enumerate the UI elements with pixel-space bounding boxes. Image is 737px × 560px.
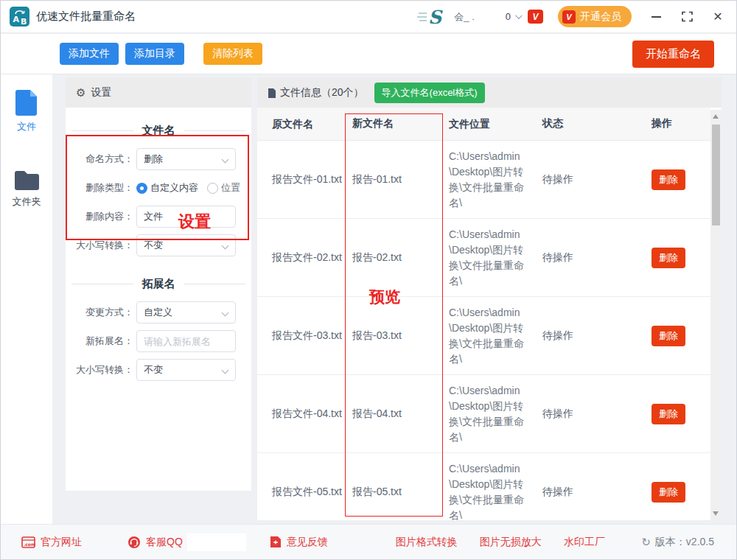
minimize-button[interactable] — [649, 10, 663, 24]
case-convert-select[interactable]: 不变 — [136, 234, 236, 256]
change-method-label: 变更方式： — [66, 306, 133, 319]
scroll-down-icon[interactable] — [713, 511, 719, 516]
open-vip-button[interactable]: V 开通会员 — [558, 6, 632, 27]
watermark-factory-link[interactable]: 水印工厂 — [564, 536, 605, 549]
col-new-name: 新文件名 — [345, 117, 443, 130]
qq-number-blank — [187, 533, 246, 551]
settings-panel-header: ⚙ 设置 — [66, 78, 251, 108]
svg-text:B: B — [21, 17, 27, 27]
case-convert-label: 大小写转换： — [66, 239, 133, 252]
table-row: 报告文件-02.txt报告-02.txtC:\Users\admin\Deskt… — [257, 219, 710, 297]
app-title: 优速文件批量重命名 — [36, 10, 136, 24]
version-info: ↻ 版本：v2.0.5 — [641, 536, 714, 549]
action-cell: 删除 — [626, 482, 710, 503]
delete-row-button[interactable]: 删除 — [652, 326, 685, 346]
naming-method-select[interactable]: 删除 — [136, 148, 236, 170]
svg-text:.com: .com — [24, 542, 35, 547]
sidebar-item-file[interactable]: 文件 — [1, 88, 52, 133]
chevron-down-icon — [222, 156, 229, 164]
start-rename-button[interactable]: 开始重命名 — [632, 41, 714, 68]
new-extension-label: 新拓展名： — [66, 335, 133, 348]
new-filename: 报告-02.txt — [345, 251, 443, 265]
sidebar-item-folder[interactable]: 文件夹 — [1, 169, 52, 209]
delete-row-button[interactable]: 删除 — [652, 169, 685, 190]
radio-custom-content[interactable] — [136, 183, 147, 194]
vip-mini-icon: V — [562, 10, 576, 24]
delete-type-label: 删除类型： — [66, 181, 133, 195]
ext-case-convert-label: 大小写转换： — [66, 363, 133, 377]
file-info-icon — [268, 88, 276, 99]
action-cell: 删除 — [626, 248, 710, 268]
file-status: 待操作 — [535, 486, 626, 499]
new-filename: 报告-04.txt — [345, 407, 443, 421]
folder-icon — [13, 169, 41, 191]
original-filename: 报告文件-01.txt — [257, 172, 345, 187]
ext-case-convert-select[interactable]: 不变 — [136, 359, 236, 381]
col-status: 状态 — [535, 117, 626, 130]
file-status: 待操作 — [535, 173, 626, 186]
chevron-down-icon — [222, 309, 229, 317]
new-filename: 报告-05.txt — [345, 486, 443, 499]
image-format-convert-link[interactable]: 图片格式转换 — [396, 536, 458, 549]
account-count[interactable]: 0 — [506, 11, 511, 22]
file-status: 待操作 — [535, 251, 626, 265]
table-row: 报告文件-03.txt报告-03.txtC:\Users\admin\Deskt… — [257, 297, 710, 375]
gear-icon: ⚙ — [76, 86, 85, 99]
official-site-link[interactable]: .com 官方网址 — [21, 536, 82, 549]
website-icon: .com — [21, 536, 35, 548]
new-extension-input[interactable] — [136, 330, 236, 352]
new-filename: 报告-03.txt — [345, 329, 443, 343]
close-button[interactable]: ✕ — [711, 10, 724, 24]
original-filename: 报告文件-04.txt — [257, 406, 345, 421]
table-header-row: 原文件名 新文件名 文件位置 状态 操作 — [257, 108, 710, 141]
maximize-button[interactable] — [680, 10, 694, 24]
account-text: 会_ . — [454, 10, 474, 24]
delete-row-button[interactable]: 删除 — [652, 404, 685, 424]
file-table-body: 报告文件-01.txt报告-01.txtC:\Users\admin\Deskt… — [257, 141, 722, 520]
file-location: C:\Users\admin\Desktop\图片转换\文件批量重命名\ — [443, 227, 535, 289]
svg-text:A: A — [13, 15, 20, 24]
extension-section-title: 拓展名 — [71, 277, 245, 291]
delete-content-input[interactable] — [136, 206, 236, 228]
action-cell: 删除 — [626, 326, 710, 346]
titlebar: A B 优速文件批量重命名 S 会_ . 0 V V 开通会员 ✕ — [1, 1, 736, 33]
change-method-select[interactable]: 自定义 — [136, 301, 236, 323]
file-icon — [15, 88, 39, 116]
table-row: 报告文件-01.txt报告-01.txtC:\Users\admin\Deskt… — [257, 141, 710, 219]
file-location: C:\Users\admin\Desktop\图片转换\文件批量重命名\ — [443, 305, 535, 367]
col-location: 文件位置 — [443, 116, 535, 132]
file-location: C:\Users\admin\Desktop\图片转换\文件批量重命名\ — [443, 149, 535, 211]
chevron-down-icon — [222, 367, 229, 374]
brand-s-icon: S — [417, 7, 448, 27]
delete-row-button[interactable]: 删除 — [652, 248, 685, 268]
original-filename: 报告文件-05.txt — [257, 484, 345, 500]
table-scrollbar[interactable] — [710, 110, 722, 520]
file-status: 待操作 — [535, 407, 626, 421]
file-location: C:\Users\admin\Desktop\图片转换\文件批量重命名\ — [443, 383, 535, 445]
filename-section-title: 文件名 — [71, 124, 245, 138]
delete-row-button[interactable]: 删除 — [652, 482, 685, 503]
sidebar: 文件 文件夹 — [1, 74, 52, 525]
import-filenames-button[interactable]: 导入文件名(excel格式) — [374, 83, 485, 103]
add-file-button[interactable]: 添加文件 — [60, 43, 119, 65]
scroll-up-icon[interactable] — [713, 114, 719, 119]
new-filename: 报告-01.txt — [345, 173, 443, 186]
action-cell: 删除 — [626, 404, 710, 424]
file-info-header: 文件信息（20个） 导入文件名(excel格式) — [257, 78, 722, 108]
feedback-link[interactable]: 意见反馈 — [270, 536, 328, 549]
col-original-name: 原文件名 — [257, 116, 345, 132]
add-directory-button[interactable]: 添加目录 — [125, 43, 184, 65]
file-info-panel: 文件信息（20个） 导入文件名(excel格式) 原文件名 新文件名 文件位置 … — [257, 78, 722, 520]
chevron-down-icon — [222, 242, 229, 250]
radio-position[interactable] — [207, 183, 218, 194]
scrollbar-thumb[interactable] — [712, 125, 720, 225]
original-filename: 报告文件-03.txt — [257, 328, 345, 343]
delete-content-label: 删除内容： — [66, 210, 133, 223]
app-logo-icon: A B — [10, 7, 29, 27]
refresh-icon[interactable]: ↻ — [641, 536, 651, 549]
clear-list-button[interactable]: 清除列表 — [203, 43, 262, 65]
customer-qq-link[interactable]: 客服QQ — [128, 536, 183, 549]
account-chevron-down-icon[interactable] — [515, 12, 523, 19]
image-lossless-enlarge-link[interactable]: 图片无损放大 — [480, 536, 542, 549]
action-cell: 删除 — [626, 169, 710, 190]
